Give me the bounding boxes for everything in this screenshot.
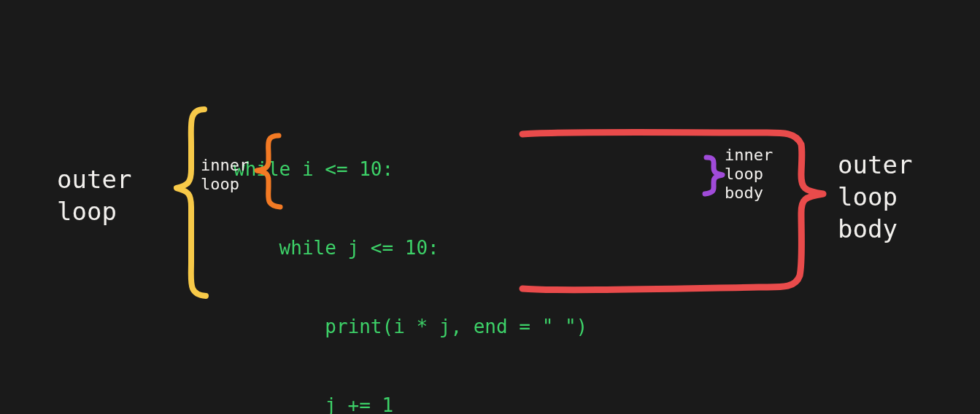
code-line-4: j += 1 bbox=[234, 392, 587, 414]
code-line-3: print(i * j, end = " ") bbox=[234, 313, 587, 340]
inner-loop-body-label: inner loop body bbox=[725, 146, 773, 203]
outer-loop-body-label: outer loop body bbox=[838, 149, 912, 245]
inner-loop-label: inner loop bbox=[201, 156, 249, 194]
code-line-1: while i <= 10: bbox=[234, 156, 587, 182]
code-line-2: while j <= 10: bbox=[234, 235, 587, 261]
outer-loop-label: outer loop bbox=[57, 163, 131, 227]
code-block: while i <= 10: while j <= 10: print(i * … bbox=[234, 104, 587, 414]
